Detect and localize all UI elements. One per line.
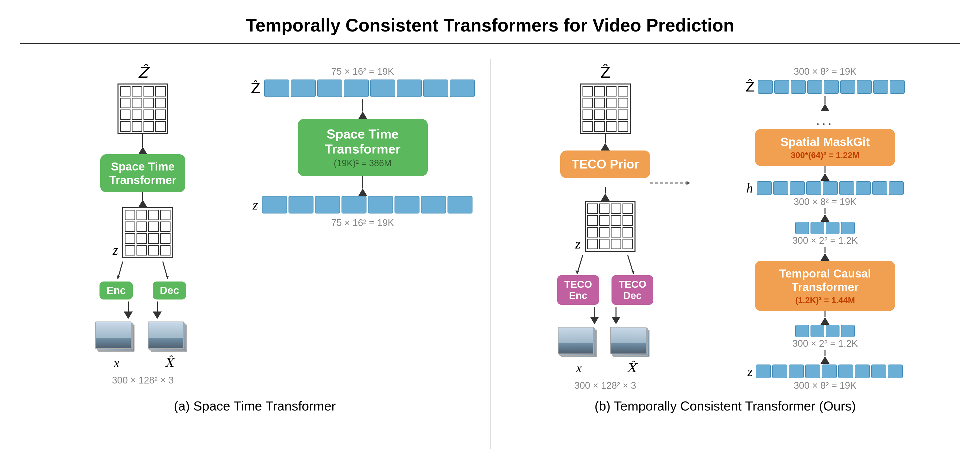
z-label-a-right: z: [253, 197, 258, 213]
x-label-a: x: [114, 355, 119, 370]
svg-marker-5: [687, 181, 690, 185]
small-tokens-2-b-right: [795, 325, 855, 337]
z-tokens-a-right: [262, 196, 473, 213]
page-title: Temporally Consistent Transformers for V…: [20, 15, 960, 44]
bot-dim-b-right: 300 × 8² = 19K: [794, 380, 856, 391]
mid-dim3-b-right: 300 × 2² = 1.2K: [792, 338, 858, 349]
z-grid-b-left: [585, 201, 635, 252]
hat-z-tokens-b-right: [758, 80, 905, 94]
teco-prior-box: TECO Prior: [560, 151, 650, 178]
spatial-maskgit-box: Spatial MaskGit 300*(64)² = 1.22M: [755, 129, 895, 166]
dec-box-a: Dec: [153, 282, 186, 299]
x-label-b: x: [576, 361, 582, 375]
z-label-b-right: z: [748, 364, 753, 379]
mid-dim2-b-right: 300 × 2² = 1.2K: [792, 235, 858, 246]
hat-z-tokens-a-right: [264, 80, 475, 97]
dashed-arrow-prior: [650, 178, 700, 188]
top-dim-a-right: 75 × 16² = 19K: [331, 66, 394, 77]
x-hat-label-b: X̂: [627, 361, 636, 375]
hat-z-label-a-right: Ẑ: [251, 80, 260, 97]
arrow-to-dec: [155, 261, 170, 284]
space-time-transformer-box-a: Space Time Transformer: [100, 154, 185, 192]
arrow-to-teco-enc: [574, 255, 592, 278]
mid-dim1-b-right: 300 × 8² = 19K: [794, 196, 856, 207]
z-label-a-left: z: [113, 242, 118, 258]
hat-z-grid-b-left: [580, 83, 631, 134]
top-dim-b-right: 300 × 8² = 19K: [794, 66, 856, 77]
dots-top-b-right: ...: [816, 112, 834, 128]
arrow-to-teco-dec: [619, 255, 636, 278]
dim-label-a-left: 300 × 128² × 3: [112, 375, 174, 386]
arrow-to-enc: [115, 261, 130, 284]
hat-z-label-a-left: Ẑ: [138, 64, 148, 81]
z-grid-a-left: [122, 207, 173, 258]
temporal-causal-transformer-box: Temporal Causal Transformer (1.2K)² = 1.…: [755, 261, 895, 311]
hat-z-label-b-left: Ẑ: [600, 64, 611, 81]
z-label-b-left: z: [575, 236, 581, 252]
bot-dim-a-right: 75 × 16² = 19K: [331, 218, 394, 228]
hat-z-label-b-right: Ẑ: [746, 79, 755, 95]
dim-label-b-left: 300 × 128² × 3: [574, 380, 636, 391]
x-hat-label-a: X̂: [164, 355, 173, 370]
space-time-transformer-box-a-right: Space Time Transformer (19K)² = 386M: [298, 119, 428, 176]
h-label-b-right: h: [746, 181, 753, 196]
teco-dec-box: TECO Dec: [611, 275, 653, 305]
teco-enc-box: TECO Enc: [557, 275, 599, 305]
h-tokens-b-right: [757, 181, 904, 195]
hat-z-grid-a-left: [118, 83, 168, 134]
z-tokens-b-right: [756, 365, 903, 378]
enc-box-a: Enc: [100, 282, 133, 299]
small-tokens-1-b-right: [795, 222, 855, 234]
caption-a: (a) Space Time Transformer: [35, 398, 475, 414]
caption-b: (b) Temporally Consistent Transformer (O…: [506, 398, 945, 414]
